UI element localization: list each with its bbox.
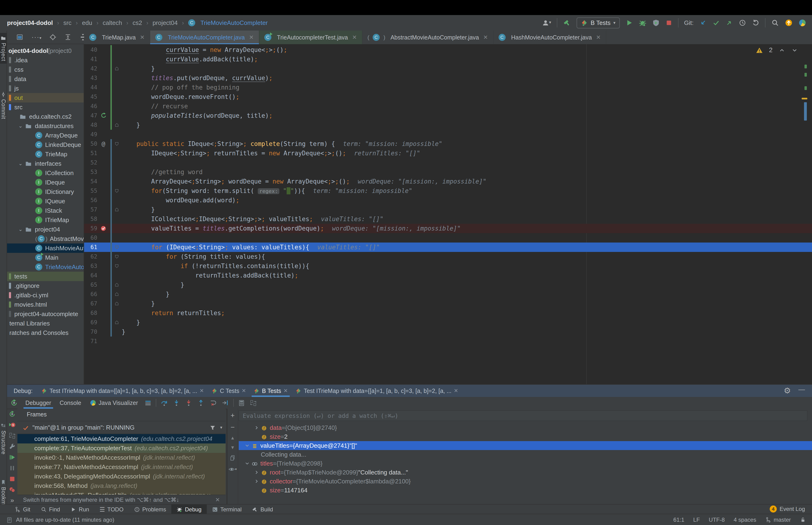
breadcrumb-item[interactable]: edu [82, 19, 92, 27]
step-into-icon[interactable] [173, 399, 180, 407]
fold-marker-icon[interactable] [113, 64, 120, 73]
fold-marker-icon[interactable] [113, 242, 120, 252]
git-commit-button[interactable] [713, 19, 720, 27]
run-configuration-select[interactable]: B Tests▾ [577, 17, 620, 28]
toolwindow-button-terminal[interactable]: Terminal [207, 505, 247, 514]
debug-button[interactable] [639, 19, 647, 27]
layout-view-icon[interactable] [144, 399, 152, 406]
update-available-icon[interactable] [785, 19, 793, 27]
fold-marker-icon[interactable] [113, 299, 120, 308]
tree-item-css[interactable]: css [7, 65, 84, 74]
profile-button[interactable]: ▾ [542, 19, 551, 26]
debug-session-tab-2[interactable]: B Tests✕ [250, 385, 292, 397]
tool-stripe-commit[interactable]: Commit [0, 89, 6, 121]
fold-marker-icon[interactable] [113, 261, 120, 271]
filter-icon[interactable] [209, 424, 216, 431]
tree-item-linkeddeque[interactable]: CLinkedDeque [7, 140, 84, 149]
tool-stripe-structure[interactable]: Structure [0, 421, 6, 457]
hotswap-icon[interactable] [9, 432, 16, 439]
toolwindow-button-build[interactable]: Build [247, 505, 278, 514]
tree-item--idea[interactable]: .idea [7, 56, 84, 65]
toolwindow-button-problems[interactable]: Problems [129, 505, 171, 514]
variable-row-titles[interactable]: titles = {TrieMap@2098} [239, 459, 812, 468]
debug-view-tab-debugger[interactable]: Debugger [21, 397, 56, 409]
more-icon[interactable]: » [10, 497, 14, 504]
fold-marker-icon[interactable] [113, 120, 120, 130]
tab-abstractmovieautocompleter-java[interactable]: (C)AbstractMovieAutoCompleter.java✕ [362, 31, 493, 44]
debug-session-icon[interactable]: 9 [9, 421, 16, 429]
chevron-down-icon[interactable]: ⌄ [18, 226, 22, 232]
thread-selector[interactable]: "main"@1 in group "main": RUNNING ▾ [17, 421, 226, 434]
breadcrumb[interactable]: project04-dodol›src›edu›caltech›cs2›proj… [7, 19, 268, 27]
close-icon[interactable]: ✕ [454, 388, 458, 394]
chevron-down-icon[interactable] [243, 461, 251, 466]
tree-item-triemovieautoc[interactable]: CTrieMovieAutoC [7, 262, 84, 272]
debug-session-tab-3[interactable]: Test ITrieMap with data={[a]=1, [a, b, c… [292, 385, 462, 397]
project-options-icon[interactable]: ···▾ [31, 34, 41, 41]
close-icon[interactable]: ✕ [199, 388, 204, 394]
chevron-down-icon[interactable] [243, 443, 251, 448]
git-push-button[interactable] [725, 19, 733, 27]
git-history-button[interactable] [739, 19, 746, 27]
tree-item-hashmovieauto[interactable]: CHashMovieAuto [7, 243, 84, 253]
tree-item-icollection[interactable]: IICollection [7, 168, 84, 178]
breadcrumb-item[interactable]: cs2 [133, 19, 142, 27]
variable-row-size[interactable]: fsize = 1147164 [239, 486, 812, 495]
tree-item-project04[interactable]: ⌄project04 [7, 225, 84, 234]
tree-item-src[interactable]: src [7, 103, 84, 112]
close-icon[interactable]: ✕ [352, 34, 357, 41]
tree-item-edu-caltech-cs2[interactable]: edu.caltech.cs2 [7, 112, 84, 121]
debug-session-tab-1[interactable]: C Tests✕ [208, 385, 250, 397]
close-icon[interactable]: ✕ [596, 34, 601, 41]
event-log-button[interactable]: 4 Event Log [770, 504, 805, 514]
fold-marker-icon[interactable] [113, 289, 120, 299]
move-down-icon[interactable]: ▼ [230, 445, 235, 450]
tree-item-idictionary[interactable]: IIDictionary [7, 187, 84, 196]
tree-item--gitignore[interactable]: .gitignore [7, 281, 84, 290]
tree-item-arraydeque[interactable]: CArrayDeque [7, 131, 84, 140]
step-out-icon[interactable] [197, 399, 205, 407]
code-with-me-icon[interactable] [798, 19, 806, 27]
tool-stripe-project[interactable]: Project [0, 33, 6, 64]
debugger-settings-icon[interactable] [9, 443, 16, 450]
stop-debug-button[interactable] [9, 476, 16, 482]
tree-item-datastructures[interactable]: ⌄datastructures [7, 121, 84, 131]
frame-row-4[interactable]: invoke:43, DelegatingMethodAccessorImpl(… [17, 472, 226, 481]
add-watch-icon[interactable]: + [230, 412, 235, 419]
tree-item-triemap[interactable]: CTrieMap [7, 149, 84, 159]
status-widget-lf[interactable]: LF [693, 516, 700, 523]
close-icon[interactable]: ✕ [284, 388, 288, 394]
toolwindow-button-find[interactable]: Find [35, 505, 65, 514]
variable-row-valueTitles[interactable]: valueTitles = {ArrayDeque@2741} "[]" [239, 441, 812, 450]
tree-item-ideque[interactable]: IIDeque [7, 178, 84, 187]
tree-item-ratches-and-consoles[interactable]: ratches and Consoles [7, 328, 84, 338]
tab-hashmovieautocompleter-java[interactable]: CHashMovieAutoCompleter.java✕ [493, 31, 606, 44]
view-breakpoints-button[interactable] [9, 486, 16, 493]
variable-row-root[interactable]: froot = {TrieMap$TrieNode@2099} "Collect… [239, 468, 812, 477]
settings-filter-icon[interactable] [250, 399, 257, 406]
tree-item--gitlab-ci-yml[interactable]: .gitlab-ci.yml [7, 290, 84, 300]
evaluate-expression-icon[interactable] [238, 399, 245, 406]
breadcrumb-item[interactable]: project04-dodol [7, 19, 53, 27]
git-rollback-button[interactable] [752, 19, 760, 27]
locate-file-button[interactable] [49, 34, 56, 41]
git-update-button[interactable] [699, 19, 707, 27]
resume-button[interactable] [9, 454, 16, 461]
tree-item-itriemap[interactable]: IITrieMap [7, 215, 84, 225]
build-project-button[interactable] [563, 19, 571, 27]
breadcrumb-item[interactable]: caltech [103, 19, 122, 27]
tree-item-project04-autocomplete[interactable]: project04-autocomplete [7, 309, 84, 319]
variable-row-data[interactable]: fdata = {Object[10]@2740} [239, 423, 812, 432]
tree-item-oject04-dodol[interactable]: oject04-dodol [project0 [7, 46, 84, 56]
close-icon[interactable]: ✕ [242, 388, 246, 394]
debug-settings-icon[interactable]: ⚙ [784, 387, 791, 395]
toolwindow-button-run[interactable]: Run [65, 505, 94, 514]
variable-row-info[interactable]: Collecting data... [239, 450, 812, 459]
evaluate-expression-input[interactable]: Evaluate expression (↵) or add a watch (… [239, 410, 807, 421]
variable-row-size[interactable]: fsize = 2 [239, 432, 812, 441]
chevron-down-icon[interactable]: ⌄ [18, 123, 22, 129]
close-icon[interactable]: ✕ [215, 497, 220, 503]
tree-item-interfaces[interactable]: ⌄interfaces [7, 159, 84, 168]
tree-item-out[interactable]: out [7, 93, 84, 103]
stop-button[interactable] [665, 19, 672, 26]
